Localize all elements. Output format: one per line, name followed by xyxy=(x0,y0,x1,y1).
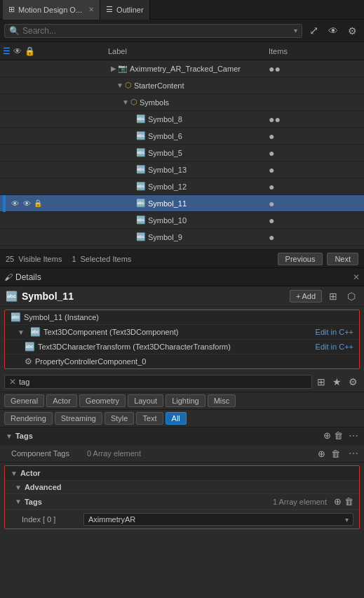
items-dot: ●● xyxy=(269,114,281,125)
edit-cpp-link-2[interactable]: Edit in C++ xyxy=(316,343,353,351)
add-comp-tag-icon[interactable]: ⊕ xyxy=(318,448,325,459)
comp-icon: 🔤 xyxy=(11,312,21,322)
items-dot: ● xyxy=(269,164,274,175)
details-close-button[interactable]: ✕ xyxy=(353,272,360,282)
comp-label: Symbol_11 (Instance) xyxy=(24,313,353,321)
delete-tag-icon[interactable]: 🗑 xyxy=(334,430,343,441)
tree-item-label: Symbol_8 xyxy=(148,115,266,124)
table-view-icon[interactable]: ⊞ xyxy=(315,376,328,387)
chip-rendering[interactable]: Rendering xyxy=(4,412,53,425)
filter-close-icon[interactable]: ✕ xyxy=(9,377,16,387)
chip-all[interactable]: All xyxy=(166,412,187,425)
filter-input-wrapper: ✕ xyxy=(4,375,312,389)
component-row-instance[interactable]: 🔤 Symbol_11 (Instance) xyxy=(5,310,359,325)
chip-lighting[interactable]: Lighting xyxy=(166,394,205,407)
visibility-icon[interactable]: 👁 xyxy=(10,199,20,208)
add-button[interactable]: + Add xyxy=(290,290,322,303)
advanced-header[interactable]: ▼ Advanced xyxy=(5,481,359,494)
chip-style[interactable]: Style xyxy=(105,412,134,425)
eye-open-icon[interactable]: 👁 xyxy=(22,199,32,208)
more-options-icon[interactable]: ⋯ xyxy=(349,430,358,441)
tree-area[interactable]: ▶ 📷 Aximmetry_AR_Tracked_Camer ●● ▼ ⬡ St… xyxy=(0,60,364,250)
tree-row[interactable]: 🔤 Symbol_6 ● xyxy=(0,128,364,145)
items-cell: ● xyxy=(266,147,364,159)
tree-row-selected[interactable]: 👁 👁 🔒 🔤 Symbol_11 ● xyxy=(0,195,364,212)
tree-row[interactable]: ▼ ⬡ StarterContent xyxy=(0,77,364,94)
tag-value-text: AximmetryAR xyxy=(88,515,342,524)
tree-row[interactable]: 🔤 Symbol_13 ● xyxy=(0,161,364,178)
expand-icon: ▼ xyxy=(15,484,22,491)
expand-icon[interactable]: ▼ xyxy=(116,81,123,89)
search-dropdown-arrow[interactable]: ▾ xyxy=(294,27,297,34)
tag-value-dropdown[interactable]: AximmetryAR ▾ xyxy=(83,513,353,526)
filter-icon[interactable]: ☰ xyxy=(3,46,11,56)
add-actor-tag-icon[interactable]: ⊕ xyxy=(334,496,342,507)
component-row-property[interactable]: ⚙ PropertyControllerComponent_0 xyxy=(5,354,359,368)
selected-label: Selected Items xyxy=(81,255,132,263)
star-icon[interactable]: ★ xyxy=(330,376,344,387)
details-tab-label: Details xyxy=(15,272,350,282)
component-row-text3d[interactable]: ▼ 🔤 Text3DComponent (Text3DComponent) Ed… xyxy=(5,325,359,340)
export-icon[interactable]: ⬡ xyxy=(344,289,358,303)
chip-general[interactable]: General xyxy=(4,394,44,407)
tree-item-label: Aximmetry_AR_Tracked_Camer xyxy=(130,65,266,73)
next-button[interactable]: Next xyxy=(327,253,358,265)
filter-input[interactable] xyxy=(19,378,307,386)
tree-item-label: Symbol_9 xyxy=(148,233,266,241)
type-icon: ⬡ xyxy=(130,98,137,107)
items-cell: ● xyxy=(266,215,364,226)
search-input[interactable] xyxy=(22,26,291,36)
items-cell: ●● xyxy=(266,114,364,125)
chip-geometry[interactable]: Geometry xyxy=(79,394,126,407)
chip-actor[interactable]: Actor xyxy=(46,394,77,407)
chip-misc[interactable]: Misc xyxy=(208,394,236,407)
tree-row[interactable]: ▶ 📷 Aximmetry_AR_Tracked_Camer ●● xyxy=(0,60,364,77)
tab-motion-design[interactable]: ⊞ Motion Design O... ✕ xyxy=(3,0,100,20)
expand-icon[interactable]: ▼ xyxy=(122,98,129,106)
comp-label: PropertyControllerComponent_0 xyxy=(35,357,353,366)
lock-col-icon[interactable]: 🔒 xyxy=(25,46,35,56)
tree-row[interactable]: 🔤 Symbol_10 ● xyxy=(0,212,364,229)
settings-icon[interactable]: ⚙ xyxy=(345,24,360,38)
tree-row[interactable]: 🔤 Symbol_8 ●● xyxy=(0,111,364,128)
tree-row[interactable]: ▼ ⬡ Symbols xyxy=(0,94,364,111)
comp-tag-more-icon[interactable]: ⋯ xyxy=(349,448,358,459)
tags-label: Tags xyxy=(25,498,146,506)
expand-icon: ▼ xyxy=(18,328,25,336)
type-icon: 🔤 xyxy=(136,165,146,174)
component-list: 🔤 Symbol_11 (Instance) ▼ 🔤 Text3DCompone… xyxy=(4,310,360,369)
add-tag-icon[interactable]: ⊕ xyxy=(323,430,331,441)
edit-cpp-link[interactable]: Edit in C++ xyxy=(316,328,353,336)
lock-icon[interactable]: 🔒 xyxy=(34,199,42,207)
previous-button[interactable]: Previous xyxy=(278,253,323,265)
del-comp-tag-icon[interactable]: 🗑 xyxy=(331,448,340,459)
items-dot: ● xyxy=(269,181,274,192)
type-icon: ⬡ xyxy=(125,81,132,90)
add-label: Add xyxy=(302,292,316,300)
filter-gear-icon[interactable]: ⚙ xyxy=(346,376,360,387)
chip-streaming[interactable]: Streaming xyxy=(55,412,102,425)
expand-icon[interactable]: ▶ xyxy=(111,65,116,72)
tree-row[interactable]: 🔤 Symbol_12 ● xyxy=(0,178,364,195)
tab-outliner[interactable]: ☰ Outliner xyxy=(100,0,150,20)
tree-row[interactable]: 🔤 Symbol_9 ● xyxy=(0,229,364,246)
section-label: Tags xyxy=(15,432,321,440)
del-actor-tag-icon[interactable]: 🗑 xyxy=(344,496,353,507)
eye-col-icon[interactable]: 👁 xyxy=(13,46,22,56)
comp-tags-label: Component Tags xyxy=(11,449,81,458)
eye-toggle-icon[interactable]: 👁 xyxy=(325,24,341,38)
actor-header[interactable]: ▼ Actor xyxy=(5,466,359,481)
tab-bar: ⊞ Motion Design O... ✕ ☰ Outliner xyxy=(0,0,364,20)
layout-icon[interactable]: ⊞ xyxy=(326,289,340,303)
component-row-transform[interactable]: 🔤 Text3DCharacterTransform (Text3DCharac… xyxy=(5,340,359,354)
items-cell: ●● xyxy=(266,63,364,74)
chip-text[interactable]: Text xyxy=(136,412,163,425)
tab-close-motion[interactable]: ✕ xyxy=(88,6,94,13)
chip-layout[interactable]: Layout xyxy=(128,394,163,407)
comp-label: Text3DCharacterTransform (Text3DCharacte… xyxy=(38,343,313,351)
move-icon[interactable]: ⤢ xyxy=(306,22,321,39)
tree-item-label: Symbol_6 xyxy=(148,132,266,140)
tags-section-header[interactable]: ▼ Tags ⊕ 🗑 ⋯ xyxy=(0,427,364,444)
tree-row[interactable]: 🔤 Symbol_5 ● xyxy=(0,145,364,161)
actor-tags-header[interactable]: ▼ Tags 1 Array element ⊕ 🗑 xyxy=(5,494,359,510)
